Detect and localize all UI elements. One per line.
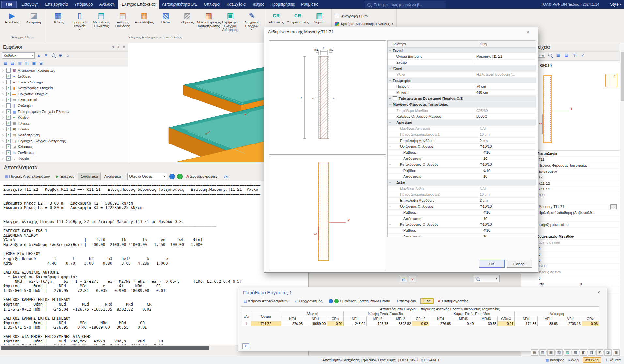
checkbox-icon[interactable]: ✓	[6, 92, 11, 96]
layout-icon[interactable]: ▣	[613, 349, 620, 356]
columns-view-icon[interactable]: ▥	[16, 60, 23, 66]
property-row[interactable]: Απόσταση:10	[388, 156, 536, 161]
property-value[interactable]: ΝΑΙ	[478, 187, 536, 190]
property-row[interactable]: Απόσταση:10	[388, 234, 536, 237]
linear-elements-button[interactable]: ▯Γραμμικά Στοιχεία▾	[69, 10, 90, 31]
tab-results-text[interactable]: ▤Κείμενο Αποτελεσμάτων	[242, 298, 290, 304]
green-lamp-toggle[interactable]	[177, 174, 183, 179]
zoom-extents-icon[interactable]: ⊕	[57, 53, 64, 58]
layout-icon[interactable]: ▤	[531, 349, 538, 356]
cr-elastic-button[interactable]: CRΕλαστικής	[266, 10, 287, 24]
tree-item[interactable]: ▷+Τοπικό Σύστημα	[0, 79, 128, 85]
img-chip[interactable]: img	[538, 53, 545, 58]
menu-search[interactable]	[365, 1, 446, 8]
property-value[interactable]: ΝΑΙ	[478, 127, 536, 130]
tab-result-tables[interactable]: ▤Πίνακες Αποτελεσμάτων	[2, 173, 53, 180]
plus-grid-icon[interactable]: ⊞	[38, 60, 44, 66]
file-menu-button[interactable]: File	[1, 1, 17, 8]
property-value[interactable]: 10	[481, 235, 536, 237]
expand-arrow-icon[interactable]: ▷	[2, 145, 5, 148]
property-value[interactable]: 2 cm	[478, 139, 536, 143]
down-arrow-icon[interactable]: ▼	[43, 53, 49, 58]
expand-arrow-icon[interactable]: ▷	[2, 134, 5, 137]
checkbox-icon[interactable]: ✓	[6, 156, 11, 161]
property-value[interactable]: Φ10/10	[478, 222, 536, 226]
property-row[interactable]: ▾Μανδύας Φέρουσας Τοιχοποιίας	[388, 102, 536, 108]
property-value[interactable]: Φ10	[481, 169, 536, 173]
split-icon[interactable]: ◫	[571, 53, 578, 58]
tree-item[interactable]: ▷✓▬Οριζόντια Στοιχεία	[0, 91, 128, 97]
tab-summary[interactable]: Συνοπτικά	[78, 173, 101, 180]
tree-item[interactable]: ▷✓▣Πέδιλα	[0, 126, 128, 132]
property-row[interactable]: ▾Αριστερά	[388, 120, 536, 126]
cancel-button[interactable]: Cancel	[507, 260, 532, 268]
property-row[interactable]: Σχόλιο	[388, 60, 536, 66]
tab-always-charts[interactable]: Εμφάνιση Γραφημάτων Πάντα	[327, 298, 392, 304]
close-icon[interactable]: ×	[523, 29, 534, 35]
property-row[interactable]: Μανδύας ΔεξιάΝΑΙ	[388, 186, 536, 191]
grid-view-icon[interactable]: ▦	[2, 60, 8, 66]
property-value[interactable]: B500C	[474, 114, 536, 118]
close-icon[interactable]: ×	[123, 45, 125, 49]
expand-arrow-icon[interactable]: ▷	[2, 128, 5, 131]
menu-item[interactable]: Ρυθμίσεις	[298, 0, 321, 9]
menu-item[interactable]: Υπόβαθρο	[71, 0, 96, 9]
property-value[interactable]: Φ10/10	[478, 205, 536, 208]
tree-item[interactable]: ▷▣Απεικόνιση Χρωμάτων	[0, 68, 128, 73]
punching-perimeters-button[interactable]: ▣Περίμετροι Ελέγχου Διάτρησης	[220, 10, 241, 32]
tab-all[interactable]: Όλα	[420, 298, 433, 304]
rows-view-icon[interactable]: ▤	[9, 60, 16, 66]
tree-item[interactable]: ▷✓↓Φορτία	[0, 156, 128, 161]
abbreviations-button[interactable]: ΑΣυντομογραφίες	[183, 173, 220, 180]
checkbox-icon[interactable]: ✓	[6, 109, 11, 114]
delete-checks-button[interactable]: ✎Διαγραφή Ελέγχων▾	[241, 10, 262, 31]
property-row[interactable]: Ράβδοι:Φ10	[388, 150, 536, 156]
home-icon[interactable]: ⌂	[64, 53, 71, 58]
expand-arrow-icon[interactable]: ▷	[2, 110, 5, 113]
property-row[interactable]: ▾Γεωμετρία	[388, 78, 536, 83]
menu-item[interactable]: Κατ.Σχέδια	[223, 0, 249, 9]
menu-item[interactable]: Προμετρήσεις	[267, 0, 298, 9]
layout-icon[interactable]: ◧	[580, 349, 587, 356]
menu-item[interactable]: Ανάλυση	[96, 0, 118, 9]
delete-button[interactable]: ◪Διαγραφή	[23, 10, 44, 24]
menu-item[interactable]: Οπλισμοί	[201, 0, 223, 9]
ellipsis-button[interactable]: ...	[610, 204, 617, 209]
property-row[interactable]: ▾Υλικά	[388, 66, 536, 71]
tree-item[interactable]: ▷✓◢Κλίμακες	[0, 144, 128, 150]
tree-item[interactable]: ▷✓+Κόμβοι	[0, 114, 128, 120]
property-row[interactable]: Όνομα ΔιατομήςMasonry:Τ11-Σ1	[388, 53, 536, 59]
expand-arrow-icon[interactable]: ▷	[2, 99, 5, 101]
checkbox-icon[interactable]: ✓	[6, 86, 11, 90]
property-value[interactable]: 10	[481, 174, 536, 178]
property-row[interactable]: Μανδύας ΑριστεράΝΑΙ	[388, 126, 536, 131]
check-icon[interactable]: ✓	[580, 53, 586, 58]
property-row[interactable]: ▾Οριζόντιος ΟπλισμόςΦ10/10	[388, 144, 536, 149]
property-row[interactable]: Επικάλυψη Μανδύα c2 cm	[388, 138, 536, 144]
tree-item[interactable]: ▷✓▤Κοιτόστρωση	[0, 132, 128, 138]
property-row[interactable]: Επικάλυψη Μανδύα c2 cm	[388, 198, 536, 204]
layout-icon[interactable]: ▧	[556, 349, 563, 356]
perpendicular-toggle[interactable]: ⊥κάθετα	[605, 358, 621, 362]
menu-item[interactable]: Επεξεργασία	[42, 0, 71, 9]
property-value[interactable]: 70 cm	[474, 84, 536, 88]
layout-icon[interactable]: ◩	[596, 349, 603, 356]
checkbox-icon[interactable]: ✓	[6, 150, 11, 155]
expand-arrow-icon[interactable]: ▷	[2, 157, 5, 160]
tree-item[interactable]: ▷✓▭Πλασματικά	[0, 97, 128, 103]
expand-arrow-icon[interactable]: ▷	[2, 104, 5, 107]
blue-lamp-toggle[interactable]	[169, 174, 175, 179]
tab-selected[interactable]: Επιλεγμένα	[395, 298, 418, 304]
cr-pushover-button[interactable]: CRΥπερωθητικής	[287, 10, 308, 24]
property-value[interactable]: 10	[481, 217, 536, 220]
checkbox-icon[interactable]: ✓	[6, 115, 11, 120]
property-value[interactable]: Φ10	[481, 210, 536, 214]
property-row[interactable]: Απόσταση:10	[388, 174, 536, 179]
element-property-row[interactable]: 0	[521, 275, 620, 281]
close-icon[interactable]: ×	[409, 276, 416, 282]
layout-icon[interactable]: ◪	[604, 349, 612, 356]
steel-connections-button[interactable]: ▤Μεταλλικές Συνδέσεις	[91, 10, 112, 28]
expand-arrow-icon[interactable]: ▷	[2, 69, 5, 72]
property-row[interactable]: Απόσταση:10	[388, 216, 536, 221]
property-row[interactable]: Ράβδοι:Φ10	[388, 168, 536, 174]
